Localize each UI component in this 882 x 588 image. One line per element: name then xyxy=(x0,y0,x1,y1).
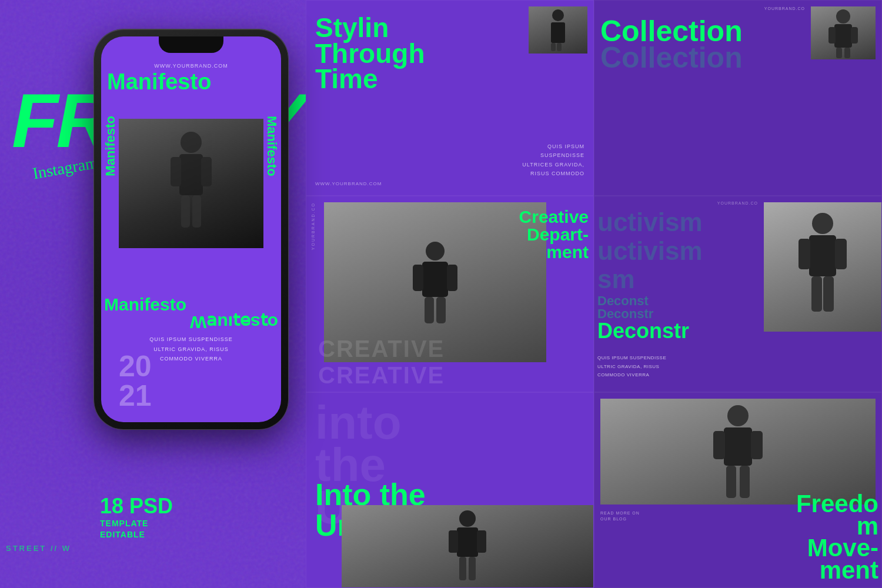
svg-rect-23 xyxy=(809,235,836,276)
svg-point-28 xyxy=(459,510,476,527)
svg-rect-5 xyxy=(192,195,201,228)
svg-rect-24 xyxy=(799,239,810,269)
card4-back-line1: uctivism xyxy=(597,208,703,236)
svg-point-22 xyxy=(812,213,833,234)
svg-rect-30 xyxy=(449,530,458,553)
card2-thumbnail xyxy=(811,6,876,59)
card3-title-group: Creative Depart- ment xyxy=(519,208,589,362)
card1-sub-line4: RISUS COMMODO xyxy=(315,169,584,178)
psd-count: 18 PSD xyxy=(100,495,173,518)
card3-creative-bg2: CREATIVE xyxy=(318,362,445,389)
phone-manifesto-right: Manifesto xyxy=(265,116,278,176)
card6-ment: ment xyxy=(796,559,878,582)
svg-rect-27 xyxy=(823,276,834,312)
svg-rect-18 xyxy=(413,265,423,291)
card6-read-more: READ MORE ON xyxy=(600,510,640,517)
svg-rect-29 xyxy=(457,527,478,557)
card-creative-dept: YOURBRAND.CO Creative Depart- ment xyxy=(306,196,594,392)
person-svg xyxy=(165,125,218,242)
street-label: STREET // W xyxy=(6,544,71,553)
card6-photo xyxy=(600,399,876,505)
card-deconstructivism: YOURBRAND.CO uctivism uctivism sm xyxy=(594,196,882,392)
card4-title-group: Deconst Deconstr Deconstr xyxy=(597,295,689,342)
phone-mockup: WWW.YOURBRAND.COM Manifesto xyxy=(94,29,288,429)
manifesto-repeat-1: Manifesto xyxy=(104,296,278,313)
card4-back-text: uctivism uctivism sm xyxy=(597,208,703,293)
svg-rect-17 xyxy=(422,262,448,297)
card1-person-svg xyxy=(540,8,576,52)
card-freedom-movement: READ MORE ON OUR BLOG Freedo m Move- men… xyxy=(594,392,882,588)
card4-subtitle: QUIS IPSUM SUSPENDISSE ULTRIC GRAVIDA, R… xyxy=(597,354,666,379)
card1-subtitle: QUIS IPSUM SUSPENDISSE ULTRICES GRAVIDA,… xyxy=(315,142,584,178)
card3-person-svg xyxy=(406,238,465,326)
svg-rect-11 xyxy=(834,24,852,48)
svg-rect-13 xyxy=(851,27,858,44)
card1-title-time: Time xyxy=(315,66,584,92)
card6-image xyxy=(600,399,876,505)
card6-our-blog: OUR BLOG xyxy=(600,516,640,523)
card4-back-line3: sm xyxy=(597,265,703,293)
card4-person-svg xyxy=(790,208,855,326)
card6-title-group: Freedo m Move- ment xyxy=(796,493,878,582)
card5-person-svg xyxy=(444,508,491,584)
svg-rect-36 xyxy=(713,431,725,459)
svg-rect-14 xyxy=(836,48,842,58)
template-label-line2: EDITABLE xyxy=(100,529,173,541)
card-collection: YOURBRAND.CO Collection Collection Colle… xyxy=(594,0,882,196)
svg-point-0 xyxy=(181,132,202,153)
svg-point-6 xyxy=(552,9,564,21)
card3-bg-text: CREATIVE CREATIVE xyxy=(318,336,445,389)
phone-outer-shell: WWW.YOURBRAND.COM Manifesto xyxy=(94,29,288,429)
phone-image-box xyxy=(119,119,263,248)
svg-rect-39 xyxy=(740,466,750,498)
card2-collection-bg2: Collection xyxy=(600,45,743,71)
svg-rect-20 xyxy=(425,297,434,323)
card3-title-creative: Creative xyxy=(519,208,589,226)
card1-sub-line1: QUIS IPSUM xyxy=(315,142,584,151)
card1-thumbnail xyxy=(529,6,587,54)
card1-photo xyxy=(529,6,587,54)
svg-rect-25 xyxy=(835,239,847,269)
card4-title-main: Deconstr xyxy=(597,320,689,342)
card4-photo xyxy=(764,202,881,332)
svg-rect-35 xyxy=(724,427,752,466)
phone-url-text: WWW.YOURBRAND.COM xyxy=(101,63,281,69)
phone-year: 20 21 xyxy=(119,352,152,410)
svg-rect-32 xyxy=(459,557,466,580)
card2-photo xyxy=(811,6,876,59)
svg-rect-12 xyxy=(828,27,836,44)
phone-screen: WWW.YOURBRAND.COM Manifesto xyxy=(101,36,281,422)
phone-photo xyxy=(119,119,263,248)
card3-title-dept: Depart- xyxy=(527,226,589,243)
card1-sub-line2: SUSPENDISSE xyxy=(315,151,584,160)
svg-rect-38 xyxy=(726,466,736,498)
card4-url: YOURBRAND.CO xyxy=(717,201,758,205)
svg-rect-26 xyxy=(811,276,822,312)
phone-year-line1: 20 xyxy=(119,352,152,381)
svg-rect-2 xyxy=(171,157,181,186)
template-label-line1: TEMPLATE xyxy=(100,518,173,530)
svg-rect-21 xyxy=(436,297,446,323)
svg-rect-15 xyxy=(844,48,850,58)
card-stylin-through-time: Stylin Through Time QUIS IPSUM SUSPENDIS… xyxy=(306,0,594,196)
phone-manifesto-left: Manifesto xyxy=(104,116,117,176)
card2-collection-label: Collection xyxy=(600,18,743,45)
card-into-unknown: into the U... Into the Unknown xyxy=(306,392,594,588)
card5-image xyxy=(342,505,593,587)
svg-rect-8 xyxy=(557,43,562,51)
svg-rect-37 xyxy=(751,431,763,459)
svg-rect-9 xyxy=(551,43,556,51)
card4-sub-line2: ULTRIC GRAVIDA, RISUS xyxy=(597,363,666,371)
card1-url: WWW.YOURBRAND.COM xyxy=(315,181,584,186)
card4-title-bg1: Deconst xyxy=(597,295,689,308)
phone-notch xyxy=(159,36,223,53)
card4-image xyxy=(764,202,881,332)
card5-photo xyxy=(342,505,593,587)
card6-blog-label: READ MORE ON OUR BLOG xyxy=(600,510,640,523)
svg-rect-4 xyxy=(181,195,190,228)
phone-year-line2: 21 xyxy=(119,381,152,410)
card2-title: Collection xyxy=(600,18,743,45)
svg-point-10 xyxy=(836,9,850,24)
svg-rect-1 xyxy=(179,154,203,195)
svg-rect-7 xyxy=(551,22,565,43)
